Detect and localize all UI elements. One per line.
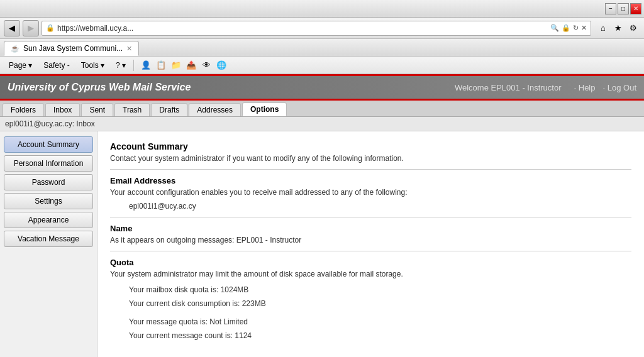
toolbar-icon-3[interactable]: 📁 <box>169 58 183 72</box>
quota-detail-4: Your current message count is: 1124 <box>129 329 631 343</box>
toolbar-icon-5[interactable]: 👁 <box>199 58 213 72</box>
account-summary-desc: Contact your system administrator if you… <box>110 154 631 163</box>
address-bar-actions: 🔍 🔒 ↻ ✕ <box>550 24 587 32</box>
toolbar-icon-6[interactable]: 🌐 <box>214 58 228 72</box>
welcome-text: Welcome EPL001 - Instructor <box>455 83 562 92</box>
name-desc: As it appears on outgoing messages: EPL0… <box>110 236 631 244</box>
menu-safety[interactable]: Safety - <box>38 60 74 71</box>
account-summary-title: Account Summary <box>110 141 631 151</box>
sidebar-settings[interactable]: Settings <box>4 193 93 209</box>
breadcrumb: epl001i1@ucy.ac.cy: Inbox <box>0 117 644 131</box>
app-nav-tabs: Folders Inbox Sent Trash Drafts Addresse… <box>0 101 644 117</box>
browser-toolbar: ◀ ▶ 🔒 https://webmail.ucy.a... 🔍 🔒 ↻ ✕ ⌂… <box>0 18 644 39</box>
sidebar-appearance[interactable]: Appearance <box>4 212 93 228</box>
app-header: University of Cyprus Web Mail Service We… <box>0 74 644 101</box>
toolbar-icon-2[interactable]: 📋 <box>154 58 168 72</box>
lock-icon: 🔒 <box>562 24 570 32</box>
favorites-icon[interactable]: ★ <box>611 21 625 35</box>
app-title: University of Cyprus Web Mail Service <box>8 82 455 93</box>
window-controls: − □ ✕ <box>605 3 641 14</box>
browser-tab-active[interactable]: ☕ Sun Java System Communi... ✕ <box>4 41 139 56</box>
sidebar-vacation-message[interactable]: Vacation Message <box>4 231 93 247</box>
home-icon[interactable]: ⌂ <box>596 21 610 35</box>
minimize-button[interactable]: − <box>605 3 616 14</box>
email-addresses-title: Email Addresses <box>110 176 631 185</box>
quota-spacer <box>129 310 631 316</box>
favicon-icon: 🔒 <box>46 24 55 32</box>
divider-2 <box>110 217 631 217</box>
quota-detail-1: Your current disk consumption is: 223MB <box>129 297 631 311</box>
quota-details: Your mailbox disk quota is: 1024MB Your … <box>129 283 631 343</box>
tab-inbox[interactable]: Inbox <box>45 103 80 116</box>
sidebar: Account Summary Personal Information Pas… <box>0 131 97 357</box>
email-address-value: epl001i1@ucy.ac.cy <box>129 202 631 211</box>
menu-separator <box>133 60 134 71</box>
tab-trash[interactable]: Trash <box>114 103 150 116</box>
quota-detail-3: Your message quota is: Not Limited <box>129 316 631 329</box>
browser-tabs: ☕ Sun Java System Communi... ✕ <box>0 39 644 57</box>
search-icon[interactable]: 🔍 <box>550 24 559 32</box>
close-icon[interactable]: ✕ <box>581 24 587 32</box>
email-addresses-desc: Your account configuration enables you t… <box>110 188 631 197</box>
refresh-icon[interactable]: ↻ <box>573 24 579 32</box>
name-title: Name <box>110 224 631 233</box>
menu-tools[interactable]: Tools ▾ <box>76 60 109 71</box>
tab-favicon: ☕ <box>11 45 19 53</box>
nav-icons: ⌂ ★ ⚙ <box>596 21 640 35</box>
toolbar-icon-4[interactable]: 📤 <box>184 58 198 72</box>
tab-addresses[interactable]: Addresses <box>189 103 241 116</box>
tools-icon[interactable]: ⚙ <box>626 21 640 35</box>
url-text: https://webmail.ucy.a... <box>57 24 550 33</box>
menu-page[interactable]: Page ▾ <box>4 60 37 71</box>
maximize-button[interactable]: □ <box>618 3 629 14</box>
toolbar-icon-1[interactable]: 👤 <box>139 58 153 72</box>
sidebar-password[interactable]: Password <box>4 174 93 190</box>
quota-desc: Your system administrator may limit the … <box>110 270 631 278</box>
toolbar-icons: 👤 📋 📁 📤 👁 🌐 <box>139 58 228 72</box>
quota-detail-0: Your mailbox disk quota is: 1024MB <box>129 283 631 297</box>
tab-close-icon[interactable]: ✕ <box>126 45 132 53</box>
quota-title: Quota <box>110 258 631 267</box>
menu-help[interactable]: ? ▾ <box>111 60 131 71</box>
address-bar[interactable]: 🔒 https://webmail.ucy.a... 🔍 🔒 ↻ ✕ <box>42 21 591 36</box>
tab-label: Sun Java System Communi... <box>23 44 123 53</box>
tab-drafts[interactable]: Drafts <box>151 103 187 116</box>
tab-sent[interactable]: Sent <box>81 103 113 116</box>
browser-titlebar: − □ ✕ <box>0 0 644 18</box>
sidebar-account-summary[interactable]: Account Summary <box>4 136 93 153</box>
forward-button[interactable]: ▶ <box>23 20 39 36</box>
main-content: Account Summary Contact your system admi… <box>97 131 644 357</box>
divider-3 <box>110 251 631 251</box>
menu-bar: Page ▾ Safety - Tools ▾ ? ▾ 👤 📋 📁 📤 👁 🌐 <box>0 57 644 74</box>
divider-1 <box>110 169 631 170</box>
tab-folders[interactable]: Folders <box>3 103 44 116</box>
close-button[interactable]: ✕ <box>630 3 641 14</box>
help-link[interactable]: Help <box>574 83 596 92</box>
sidebar-personal-information[interactable]: Personal Information <box>4 155 93 172</box>
header-links: Help Log Out <box>574 83 636 92</box>
tab-options[interactable]: Options <box>242 102 287 116</box>
content-area: Account Summary Personal Information Pas… <box>0 131 644 357</box>
logout-link[interactable]: Log Out <box>603 83 637 92</box>
back-button[interactable]: ◀ <box>4 20 20 36</box>
